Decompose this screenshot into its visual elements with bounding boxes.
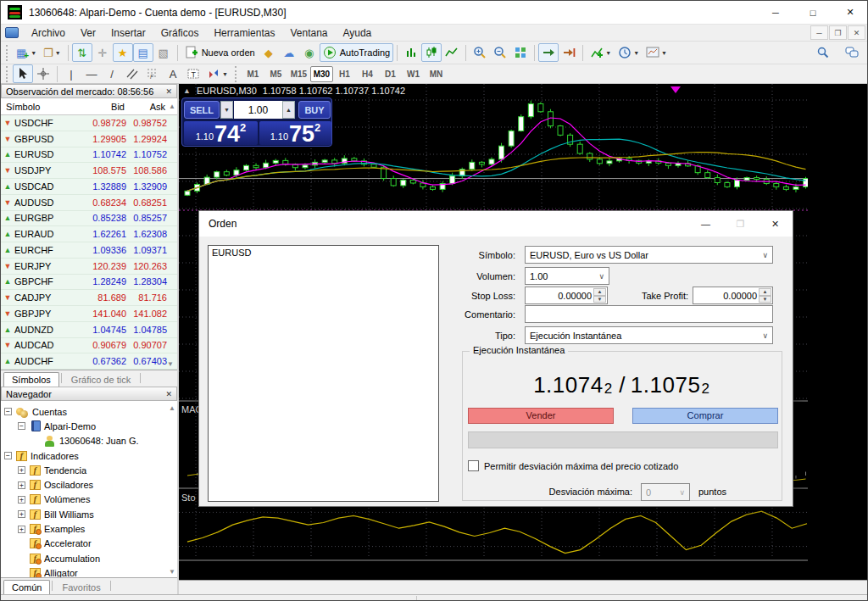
nav-scroll-down-icon[interactable]: ▼ bbox=[169, 568, 175, 576]
tree-item-cuentas[interactable]: −Cuentas bbox=[4, 404, 177, 419]
market-watch-row-eurchf[interactable]: ▲EURCHF1.093361.09371 bbox=[1, 242, 177, 259]
market-watch-row-gbpusd[interactable]: ▼GBPUSD1.299051.29924 bbox=[1, 131, 177, 147]
buy-order-button[interactable]: Comprar bbox=[632, 408, 778, 424]
column-bid[interactable]: Bid bbox=[77, 102, 125, 112]
take-profit-input[interactable]: 0.00000 ▲▼ bbox=[693, 287, 773, 304]
time-axis[interactable] bbox=[179, 564, 808, 580]
sell-order-button[interactable]: Vender bbox=[468, 408, 614, 424]
tab-favoritos[interactable]: Favoritos bbox=[54, 580, 108, 594]
mdi-minimize-icon[interactable]: ─ bbox=[810, 25, 828, 40]
volume-select[interactable]: 1.00∨ bbox=[525, 267, 609, 285]
type-select[interactable]: Ejecución Instantánea∨ bbox=[525, 326, 773, 344]
equidistant-channel-icon[interactable] bbox=[122, 64, 142, 83]
fibonacci-icon[interactable]: F bbox=[142, 64, 163, 83]
market-watch-row-usdjpy[interactable]: ▼USDJPY108.575108.586 bbox=[1, 163, 177, 179]
tree-item-bill-williams[interactable]: +fBill Williams bbox=[18, 507, 177, 521]
tab-comun[interactable]: Común bbox=[3, 580, 50, 594]
market-watch-row-gbpchf[interactable]: ▲GBPCHF1.282491.28304 bbox=[1, 275, 177, 291]
navigator-close-icon[interactable]: ✕ bbox=[165, 390, 172, 398]
take-profit-spinner[interactable]: ▲▼ bbox=[759, 288, 771, 303]
timeframe-m5[interactable]: M5 bbox=[264, 66, 287, 82]
column-symbol[interactable]: Símbolo bbox=[1, 102, 77, 112]
market-watch-row-audnzd[interactable]: ▲AUDNZD1.047451.04785 bbox=[1, 322, 177, 338]
tab-grafico-de-tick[interactable]: Gráfico de tick bbox=[64, 372, 138, 387]
chat-icon[interactable] bbox=[842, 43, 862, 62]
market-watch-row-audusd[interactable]: ▼AUDUSD0.682340.68251 bbox=[1, 195, 177, 211]
dialog-minimize-icon[interactable]: — bbox=[688, 211, 723, 237]
expand-plus-icon[interactable]: + bbox=[18, 481, 25, 489]
tree-item-volumenes[interactable]: +fVolúmenes bbox=[18, 492, 177, 507]
expand-plus-icon[interactable]: + bbox=[18, 466, 25, 474]
crosshair-icon[interactable] bbox=[33, 64, 53, 83]
mdi-child-icon[interactable] bbox=[5, 27, 19, 38]
maximize-button[interactable]: □ bbox=[794, 1, 832, 25]
market-watch-close-icon[interactable]: ✕ bbox=[165, 87, 172, 96]
market-watch-icon[interactable]: ⇅ bbox=[72, 43, 92, 62]
menu-item-archivo[interactable]: Archivo bbox=[24, 25, 73, 42]
zoom-in-icon[interactable] bbox=[470, 43, 490, 62]
cursor-icon[interactable] bbox=[13, 64, 33, 83]
timeframe-m15[interactable]: M15 bbox=[287, 66, 310, 82]
market-watch-row-eurjpy[interactable]: ▼EURJPY120.239120.263 bbox=[1, 259, 177, 275]
arrows-icon[interactable]: ▼ bbox=[203, 64, 231, 83]
tree-item-indicadores[interactable]: −fIndicadores bbox=[4, 448, 177, 463]
stop-loss-spinner[interactable]: ▲▼ bbox=[593, 288, 606, 303]
market-watch-row-usdchf[interactable]: ▼USDCHF0.987290.98752 bbox=[1, 115, 177, 131]
horizontal-line-icon[interactable]: — bbox=[81, 64, 102, 83]
sell-price-panel[interactable]: 1.10 74 2 bbox=[184, 121, 258, 145]
sell-button[interactable]: SELL bbox=[184, 101, 220, 119]
timeframe-m1[interactable]: M1 bbox=[242, 66, 264, 82]
comment-input[interactable] bbox=[525, 305, 773, 323]
signals-icon[interactable]: ◉ bbox=[299, 43, 320, 62]
market-watch-row-eurusd[interactable]: ▲EURUSD1.107421.10752 bbox=[1, 147, 177, 164]
symbol-select[interactable]: EURUSD, Euro vs US Dollar∨ bbox=[525, 246, 773, 264]
collapse-minus-icon[interactable]: − bbox=[4, 452, 12, 459]
autotrading-button[interactable]: AutoTrading bbox=[320, 43, 394, 62]
tree-item-accumulation[interactable]: −fAccumulation bbox=[18, 551, 177, 565]
timeframe-d1[interactable]: D1 bbox=[379, 66, 402, 82]
collapse-minus-icon[interactable]: − bbox=[18, 422, 25, 430]
timeframe-w1[interactable]: W1 bbox=[402, 66, 425, 82]
vertical-line-icon[interactable]: | bbox=[61, 64, 81, 83]
community-icon[interactable]: ☁ bbox=[279, 43, 299, 62]
new-order-button[interactable]: Nueva orden bbox=[181, 43, 259, 62]
chart-line-icon[interactable] bbox=[442, 43, 462, 62]
trendline-icon[interactable]: / bbox=[102, 64, 122, 83]
expand-plus-icon[interactable]: + bbox=[18, 526, 25, 533]
profiles-icon[interactable]: ❐▼ bbox=[40, 43, 64, 62]
market-watch-row-gbpjpy[interactable]: ▼GBPJPY141.040141.082 bbox=[1, 306, 177, 322]
volume-input[interactable]: 1.00 bbox=[234, 101, 282, 119]
menu-item-ver[interactable]: Ver bbox=[73, 25, 103, 42]
tree-item-accelerator[interactable]: −fAccelerator bbox=[18, 537, 177, 551]
auto-scroll-icon[interactable] bbox=[538, 43, 559, 62]
chart-shift-icon[interactable] bbox=[559, 43, 579, 62]
indicators-icon[interactable]: ▼ bbox=[587, 43, 615, 62]
zoom-out-icon[interactable] bbox=[490, 43, 510, 62]
timeframe-mn[interactable]: MN bbox=[425, 66, 448, 82]
menu-item-insertar[interactable]: Insertar bbox=[103, 25, 153, 42]
search-icon[interactable] bbox=[813, 43, 833, 62]
timeframe-m30[interactable]: M30 bbox=[310, 66, 333, 82]
tile-windows-icon[interactable] bbox=[510, 43, 531, 62]
tree-item-examples[interactable]: +fExamples bbox=[18, 521, 177, 536]
expand-plus-icon[interactable]: + bbox=[18, 496, 25, 504]
terminal-icon[interactable]: ▤ bbox=[133, 43, 153, 62]
tree-item-tendencia[interactable]: +fTendencia bbox=[18, 463, 177, 477]
tree-item-alligator[interactable]: −fAlligator bbox=[18, 565, 177, 577]
market-watch-row-audchf[interactable]: ▲AUDCHF0.673620.67403 bbox=[1, 353, 177, 370]
stop-loss-input[interactable]: 0.00000 ▲▼ bbox=[525, 287, 608, 304]
periods-icon[interactable]: ▼ bbox=[615, 43, 643, 62]
scroll-up-icon[interactable]: ▲ bbox=[169, 103, 175, 110]
new-chart-icon[interactable]: ▦+▼ bbox=[13, 43, 40, 62]
deviation-checkbox[interactable] bbox=[468, 460, 479, 471]
market-watch-row-euraud[interactable]: ▲EURAUD1.622611.62308 bbox=[1, 226, 177, 242]
tree-item-alpari-demo[interactable]: −Alpari-Demo bbox=[18, 419, 177, 433]
volume-down-icon[interactable]: ▼ bbox=[220, 101, 233, 119]
dialog-close-icon[interactable]: ✕ bbox=[758, 211, 793, 237]
tree-item-13060648-juan-g-[interactable]: −13060648: Juan G. bbox=[31, 434, 177, 448]
tab-simbolos[interactable]: Símbolos bbox=[3, 372, 59, 387]
column-ask[interactable]: Ask bbox=[125, 102, 165, 112]
metaeditor-icon[interactable]: ◆ bbox=[259, 43, 279, 62]
menu-item-graficos[interactable]: Gráficos bbox=[153, 25, 207, 42]
volume-up-icon[interactable]: ▲ bbox=[282, 101, 295, 119]
